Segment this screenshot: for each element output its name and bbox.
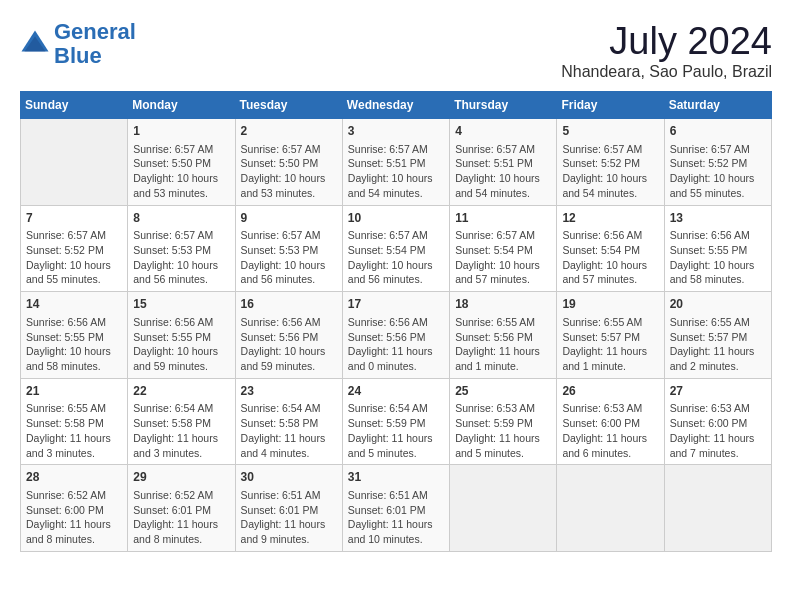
day-cell-21: 21Sunrise: 6:55 AMSunset: 5:58 PMDayligh… [21,378,128,465]
day-number: 14 [26,296,122,313]
day-number: 1 [133,123,229,140]
day-cell-13: 13Sunrise: 6:56 AMSunset: 5:55 PMDayligh… [664,205,771,292]
day-info: Sunrise: 6:53 AMSunset: 6:00 PMDaylight:… [670,401,766,460]
day-cell-5: 5Sunrise: 6:57 AMSunset: 5:52 PMDaylight… [557,119,664,206]
day-number: 19 [562,296,658,313]
day-cell-25: 25Sunrise: 6:53 AMSunset: 5:59 PMDayligh… [450,378,557,465]
header-day-sunday: Sunday [21,92,128,119]
day-cell-19: 19Sunrise: 6:55 AMSunset: 5:57 PMDayligh… [557,292,664,379]
day-info: Sunrise: 6:54 AMSunset: 5:58 PMDaylight:… [241,401,337,460]
day-number: 28 [26,469,122,486]
day-info: Sunrise: 6:57 AMSunset: 5:51 PMDaylight:… [455,142,551,201]
day-cell-3: 3Sunrise: 6:57 AMSunset: 5:51 PMDaylight… [342,119,449,206]
header-day-tuesday: Tuesday [235,92,342,119]
day-number: 29 [133,469,229,486]
day-number: 27 [670,383,766,400]
day-info: Sunrise: 6:51 AMSunset: 6:01 PMDaylight:… [241,488,337,547]
day-cell-15: 15Sunrise: 6:56 AMSunset: 5:55 PMDayligh… [128,292,235,379]
empty-cell [557,465,664,552]
calendar-week-0: 1Sunrise: 6:57 AMSunset: 5:50 PMDaylight… [21,119,772,206]
day-cell-28: 28Sunrise: 6:52 AMSunset: 6:00 PMDayligh… [21,465,128,552]
empty-cell [450,465,557,552]
day-number: 18 [455,296,551,313]
day-cell-22: 22Sunrise: 6:54 AMSunset: 5:58 PMDayligh… [128,378,235,465]
calendar-table: SundayMondayTuesdayWednesdayThursdayFrid… [20,91,772,552]
day-info: Sunrise: 6:54 AMSunset: 5:59 PMDaylight:… [348,401,444,460]
calendar-week-2: 14Sunrise: 6:56 AMSunset: 5:55 PMDayligh… [21,292,772,379]
calendar-week-4: 28Sunrise: 6:52 AMSunset: 6:00 PMDayligh… [21,465,772,552]
day-info: Sunrise: 6:57 AMSunset: 5:51 PMDaylight:… [348,142,444,201]
day-cell-31: 31Sunrise: 6:51 AMSunset: 6:01 PMDayligh… [342,465,449,552]
day-number: 25 [455,383,551,400]
day-cell-16: 16Sunrise: 6:56 AMSunset: 5:56 PMDayligh… [235,292,342,379]
day-cell-29: 29Sunrise: 6:52 AMSunset: 6:01 PMDayligh… [128,465,235,552]
day-cell-20: 20Sunrise: 6:55 AMSunset: 5:57 PMDayligh… [664,292,771,379]
header-day-saturday: Saturday [664,92,771,119]
day-cell-8: 8Sunrise: 6:57 AMSunset: 5:53 PMDaylight… [128,205,235,292]
day-number: 26 [562,383,658,400]
day-cell-17: 17Sunrise: 6:56 AMSunset: 5:56 PMDayligh… [342,292,449,379]
day-info: Sunrise: 6:55 AMSunset: 5:56 PMDaylight:… [455,315,551,374]
day-info: Sunrise: 6:57 AMSunset: 5:53 PMDaylight:… [241,228,337,287]
day-info: Sunrise: 6:57 AMSunset: 5:52 PMDaylight:… [562,142,658,201]
day-number: 4 [455,123,551,140]
day-info: Sunrise: 6:56 AMSunset: 5:56 PMDaylight:… [241,315,337,374]
calendar-body: 1Sunrise: 6:57 AMSunset: 5:50 PMDaylight… [21,119,772,552]
day-info: Sunrise: 6:52 AMSunset: 6:01 PMDaylight:… [133,488,229,547]
day-info: Sunrise: 6:55 AMSunset: 5:58 PMDaylight:… [26,401,122,460]
logo: General Blue [20,20,136,68]
day-cell-11: 11Sunrise: 6:57 AMSunset: 5:54 PMDayligh… [450,205,557,292]
day-info: Sunrise: 6:57 AMSunset: 5:53 PMDaylight:… [133,228,229,287]
day-number: 10 [348,210,444,227]
header-row: SundayMondayTuesdayWednesdayThursdayFrid… [21,92,772,119]
day-number: 23 [241,383,337,400]
location: Nhandeara, Sao Paulo, Brazil [561,63,772,81]
day-info: Sunrise: 6:55 AMSunset: 5:57 PMDaylight:… [670,315,766,374]
empty-cell [664,465,771,552]
day-info: Sunrise: 6:53 AMSunset: 6:00 PMDaylight:… [562,401,658,460]
day-number: 12 [562,210,658,227]
day-info: Sunrise: 6:57 AMSunset: 5:52 PMDaylight:… [670,142,766,201]
day-cell-7: 7Sunrise: 6:57 AMSunset: 5:52 PMDaylight… [21,205,128,292]
day-info: Sunrise: 6:57 AMSunset: 5:52 PMDaylight:… [26,228,122,287]
day-cell-1: 1Sunrise: 6:57 AMSunset: 5:50 PMDaylight… [128,119,235,206]
day-number: 21 [26,383,122,400]
day-number: 11 [455,210,551,227]
title-block: July 2024 Nhandeara, Sao Paulo, Brazil [561,20,772,81]
day-info: Sunrise: 6:56 AMSunset: 5:54 PMDaylight:… [562,228,658,287]
day-info: Sunrise: 6:52 AMSunset: 6:00 PMDaylight:… [26,488,122,547]
day-number: 6 [670,123,766,140]
day-info: Sunrise: 6:56 AMSunset: 5:56 PMDaylight:… [348,315,444,374]
calendar-week-1: 7Sunrise: 6:57 AMSunset: 5:52 PMDaylight… [21,205,772,292]
day-cell-30: 30Sunrise: 6:51 AMSunset: 6:01 PMDayligh… [235,465,342,552]
day-number: 20 [670,296,766,313]
logo-icon [20,29,50,59]
day-cell-14: 14Sunrise: 6:56 AMSunset: 5:55 PMDayligh… [21,292,128,379]
day-number: 30 [241,469,337,486]
day-cell-10: 10Sunrise: 6:57 AMSunset: 5:54 PMDayligh… [342,205,449,292]
day-number: 24 [348,383,444,400]
month-title: July 2024 [561,20,772,63]
day-number: 15 [133,296,229,313]
logo-line1: General [54,19,136,44]
day-number: 7 [26,210,122,227]
day-cell-27: 27Sunrise: 6:53 AMSunset: 6:00 PMDayligh… [664,378,771,465]
page-header: General Blue July 2024 Nhandeara, Sao Pa… [20,20,772,81]
day-info: Sunrise: 6:53 AMSunset: 5:59 PMDaylight:… [455,401,551,460]
day-cell-23: 23Sunrise: 6:54 AMSunset: 5:58 PMDayligh… [235,378,342,465]
day-cell-12: 12Sunrise: 6:56 AMSunset: 5:54 PMDayligh… [557,205,664,292]
day-number: 17 [348,296,444,313]
calendar-week-3: 21Sunrise: 6:55 AMSunset: 5:58 PMDayligh… [21,378,772,465]
calendar-header: SundayMondayTuesdayWednesdayThursdayFrid… [21,92,772,119]
header-day-monday: Monday [128,92,235,119]
day-cell-24: 24Sunrise: 6:54 AMSunset: 5:59 PMDayligh… [342,378,449,465]
empty-cell [21,119,128,206]
day-number: 3 [348,123,444,140]
header-day-thursday: Thursday [450,92,557,119]
day-info: Sunrise: 6:54 AMSunset: 5:58 PMDaylight:… [133,401,229,460]
day-info: Sunrise: 6:57 AMSunset: 5:54 PMDaylight:… [348,228,444,287]
day-info: Sunrise: 6:55 AMSunset: 5:57 PMDaylight:… [562,315,658,374]
day-cell-18: 18Sunrise: 6:55 AMSunset: 5:56 PMDayligh… [450,292,557,379]
day-info: Sunrise: 6:57 AMSunset: 5:50 PMDaylight:… [133,142,229,201]
day-cell-6: 6Sunrise: 6:57 AMSunset: 5:52 PMDaylight… [664,119,771,206]
